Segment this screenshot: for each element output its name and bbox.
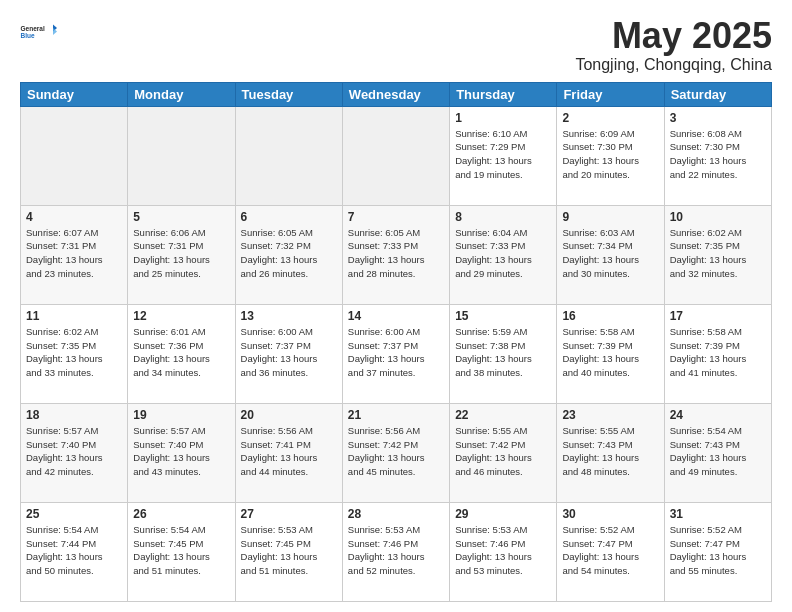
- day-detail: Sunrise: 5:58 AM Sunset: 7:39 PM Dayligh…: [670, 325, 766, 380]
- day-number: 9: [562, 210, 658, 224]
- day-number: 18: [26, 408, 122, 422]
- day-number: 20: [241, 408, 337, 422]
- day-number: 1: [455, 111, 551, 125]
- day-detail: Sunrise: 6:07 AM Sunset: 7:31 PM Dayligh…: [26, 226, 122, 281]
- day-number: 24: [670, 408, 766, 422]
- day-detail: Sunrise: 5:59 AM Sunset: 7:38 PM Dayligh…: [455, 325, 551, 380]
- table-row: 4Sunrise: 6:07 AM Sunset: 7:31 PM Daylig…: [21, 205, 128, 304]
- day-detail: Sunrise: 6:06 AM Sunset: 7:31 PM Dayligh…: [133, 226, 229, 281]
- day-number: 27: [241, 507, 337, 521]
- col-friday: Friday: [557, 82, 664, 106]
- day-number: 12: [133, 309, 229, 323]
- table-row: [21, 106, 128, 205]
- day-number: 10: [670, 210, 766, 224]
- day-number: 4: [26, 210, 122, 224]
- day-number: 3: [670, 111, 766, 125]
- table-row: 10Sunrise: 6:02 AM Sunset: 7:35 PM Dayli…: [664, 205, 771, 304]
- day-detail: Sunrise: 5:54 AM Sunset: 7:44 PM Dayligh…: [26, 523, 122, 578]
- day-detail: Sunrise: 5:52 AM Sunset: 7:47 PM Dayligh…: [562, 523, 658, 578]
- table-row: 8Sunrise: 6:04 AM Sunset: 7:33 PM Daylig…: [450, 205, 557, 304]
- day-number: 29: [455, 507, 551, 521]
- day-number: 8: [455, 210, 551, 224]
- table-row: 13Sunrise: 6:00 AM Sunset: 7:37 PM Dayli…: [235, 304, 342, 403]
- day-detail: Sunrise: 5:55 AM Sunset: 7:42 PM Dayligh…: [455, 424, 551, 479]
- day-number: 16: [562, 309, 658, 323]
- day-detail: Sunrise: 5:56 AM Sunset: 7:41 PM Dayligh…: [241, 424, 337, 479]
- header: General Blue May 2025 Tongjing, Chongqin…: [20, 16, 772, 74]
- calendar-week-row: 11Sunrise: 6:02 AM Sunset: 7:35 PM Dayli…: [21, 304, 772, 403]
- table-row: 15Sunrise: 5:59 AM Sunset: 7:38 PM Dayli…: [450, 304, 557, 403]
- day-detail: Sunrise: 5:58 AM Sunset: 7:39 PM Dayligh…: [562, 325, 658, 380]
- day-detail: Sunrise: 5:57 AM Sunset: 7:40 PM Dayligh…: [26, 424, 122, 479]
- day-detail: Sunrise: 5:52 AM Sunset: 7:47 PM Dayligh…: [670, 523, 766, 578]
- day-number: 22: [455, 408, 551, 422]
- day-detail: Sunrise: 5:53 AM Sunset: 7:45 PM Dayligh…: [241, 523, 337, 578]
- day-number: 31: [670, 507, 766, 521]
- logo: General Blue: [20, 16, 60, 48]
- calendar-week-row: 18Sunrise: 5:57 AM Sunset: 7:40 PM Dayli…: [21, 403, 772, 502]
- day-number: 21: [348, 408, 444, 422]
- day-number: 28: [348, 507, 444, 521]
- page: General Blue May 2025 Tongjing, Chongqin…: [0, 0, 792, 612]
- day-detail: Sunrise: 6:04 AM Sunset: 7:33 PM Dayligh…: [455, 226, 551, 281]
- table-row: 2Sunrise: 6:09 AM Sunset: 7:30 PM Daylig…: [557, 106, 664, 205]
- day-detail: Sunrise: 6:05 AM Sunset: 7:32 PM Dayligh…: [241, 226, 337, 281]
- col-monday: Monday: [128, 82, 235, 106]
- calendar-header-row: Sunday Monday Tuesday Wednesday Thursday…: [21, 82, 772, 106]
- day-detail: Sunrise: 6:10 AM Sunset: 7:29 PM Dayligh…: [455, 127, 551, 182]
- day-number: 23: [562, 408, 658, 422]
- table-row: 5Sunrise: 6:06 AM Sunset: 7:31 PM Daylig…: [128, 205, 235, 304]
- table-row: [235, 106, 342, 205]
- table-row: 28Sunrise: 5:53 AM Sunset: 7:46 PM Dayli…: [342, 502, 449, 601]
- table-row: [342, 106, 449, 205]
- col-sunday: Sunday: [21, 82, 128, 106]
- table-row: 1Sunrise: 6:10 AM Sunset: 7:29 PM Daylig…: [450, 106, 557, 205]
- svg-text:Blue: Blue: [21, 32, 35, 39]
- col-thursday: Thursday: [450, 82, 557, 106]
- day-number: 14: [348, 309, 444, 323]
- table-row: 25Sunrise: 5:54 AM Sunset: 7:44 PM Dayli…: [21, 502, 128, 601]
- table-row: 23Sunrise: 5:55 AM Sunset: 7:43 PM Dayli…: [557, 403, 664, 502]
- day-detail: Sunrise: 6:05 AM Sunset: 7:33 PM Dayligh…: [348, 226, 444, 281]
- day-number: 15: [455, 309, 551, 323]
- table-row: 24Sunrise: 5:54 AM Sunset: 7:43 PM Dayli…: [664, 403, 771, 502]
- day-detail: Sunrise: 5:54 AM Sunset: 7:43 PM Dayligh…: [670, 424, 766, 479]
- table-row: 29Sunrise: 5:53 AM Sunset: 7:46 PM Dayli…: [450, 502, 557, 601]
- table-row: 16Sunrise: 5:58 AM Sunset: 7:39 PM Dayli…: [557, 304, 664, 403]
- day-detail: Sunrise: 6:09 AM Sunset: 7:30 PM Dayligh…: [562, 127, 658, 182]
- table-row: 14Sunrise: 6:00 AM Sunset: 7:37 PM Dayli…: [342, 304, 449, 403]
- table-row: 3Sunrise: 6:08 AM Sunset: 7:30 PM Daylig…: [664, 106, 771, 205]
- table-row: 9Sunrise: 6:03 AM Sunset: 7:34 PM Daylig…: [557, 205, 664, 304]
- day-detail: Sunrise: 5:55 AM Sunset: 7:43 PM Dayligh…: [562, 424, 658, 479]
- table-row: 22Sunrise: 5:55 AM Sunset: 7:42 PM Dayli…: [450, 403, 557, 502]
- day-number: 5: [133, 210, 229, 224]
- logo-icon: General Blue: [20, 16, 60, 48]
- page-title: May 2025: [575, 16, 772, 56]
- day-number: 11: [26, 309, 122, 323]
- calendar-table: Sunday Monday Tuesday Wednesday Thursday…: [20, 82, 772, 602]
- day-number: 26: [133, 507, 229, 521]
- day-number: 17: [670, 309, 766, 323]
- table-row: 21Sunrise: 5:56 AM Sunset: 7:42 PM Dayli…: [342, 403, 449, 502]
- calendar-week-row: 25Sunrise: 5:54 AM Sunset: 7:44 PM Dayli…: [21, 502, 772, 601]
- table-row: 17Sunrise: 5:58 AM Sunset: 7:39 PM Dayli…: [664, 304, 771, 403]
- day-number: 25: [26, 507, 122, 521]
- day-number: 30: [562, 507, 658, 521]
- table-row: 6Sunrise: 6:05 AM Sunset: 7:32 PM Daylig…: [235, 205, 342, 304]
- table-row: 19Sunrise: 5:57 AM Sunset: 7:40 PM Dayli…: [128, 403, 235, 502]
- day-detail: Sunrise: 6:02 AM Sunset: 7:35 PM Dayligh…: [26, 325, 122, 380]
- page-subtitle: Tongjing, Chongqing, China: [575, 56, 772, 74]
- table-row: 30Sunrise: 5:52 AM Sunset: 7:47 PM Dayli…: [557, 502, 664, 601]
- day-detail: Sunrise: 6:03 AM Sunset: 7:34 PM Dayligh…: [562, 226, 658, 281]
- day-detail: Sunrise: 6:01 AM Sunset: 7:36 PM Dayligh…: [133, 325, 229, 380]
- day-number: 2: [562, 111, 658, 125]
- day-detail: Sunrise: 5:57 AM Sunset: 7:40 PM Dayligh…: [133, 424, 229, 479]
- table-row: 27Sunrise: 5:53 AM Sunset: 7:45 PM Dayli…: [235, 502, 342, 601]
- day-number: 19: [133, 408, 229, 422]
- calendar-week-row: 4Sunrise: 6:07 AM Sunset: 7:31 PM Daylig…: [21, 205, 772, 304]
- day-detail: Sunrise: 6:02 AM Sunset: 7:35 PM Dayligh…: [670, 226, 766, 281]
- day-detail: Sunrise: 5:54 AM Sunset: 7:45 PM Dayligh…: [133, 523, 229, 578]
- table-row: 12Sunrise: 6:01 AM Sunset: 7:36 PM Dayli…: [128, 304, 235, 403]
- day-detail: Sunrise: 6:00 AM Sunset: 7:37 PM Dayligh…: [348, 325, 444, 380]
- table-row: 20Sunrise: 5:56 AM Sunset: 7:41 PM Dayli…: [235, 403, 342, 502]
